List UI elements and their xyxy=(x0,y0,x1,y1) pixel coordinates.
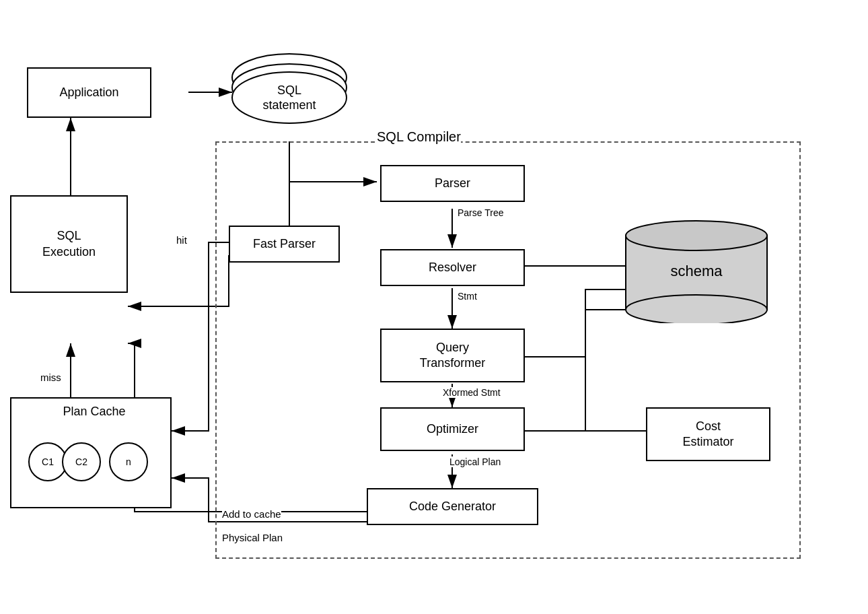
sql-statement-ellipse: SQL statement xyxy=(222,40,357,148)
sql-compiler-label: SQL Compiler xyxy=(377,129,461,145)
plan-cache-box: Plan Cache C1 C2 n xyxy=(10,397,172,508)
cache-n: n xyxy=(109,442,148,481)
svg-point-13 xyxy=(232,72,347,123)
hit-label: hit xyxy=(176,234,187,246)
miss-label: miss xyxy=(40,372,61,383)
physical-plan-label: Physical Plan xyxy=(222,532,283,543)
svg-text:schema: schema xyxy=(670,263,723,279)
add-to-cache-label: Add to cache xyxy=(222,508,281,520)
sql-execution-box: SQL Execution xyxy=(10,195,128,293)
svg-point-18 xyxy=(626,221,767,250)
parser-box: Parser xyxy=(380,165,525,202)
stmt-label: Stmt xyxy=(458,291,477,302)
code-generator-box: Code Generator xyxy=(367,488,538,525)
cost-estimator-box: Cost Estimator xyxy=(646,407,770,461)
query-transformer-box: Query Transformer xyxy=(380,329,525,382)
cache-c2: C2 xyxy=(62,442,101,481)
parse-tree-label: Parse Tree xyxy=(458,207,503,218)
schema-cylinder: schema xyxy=(619,209,774,323)
application-box: Application xyxy=(27,67,151,118)
svg-text:SQL: SQL xyxy=(277,83,301,97)
svg-text:statement: statement xyxy=(262,98,316,112)
logical-plan-label: Logical Plan xyxy=(449,456,501,467)
fast-parser-box: Fast Parser xyxy=(229,226,340,263)
resolver-box: Resolver xyxy=(380,249,525,286)
svg-point-17 xyxy=(626,295,767,323)
xformed-stmt-label: Xformed Stmt xyxy=(443,387,501,398)
optimizer-box: Optimizer xyxy=(380,407,525,451)
